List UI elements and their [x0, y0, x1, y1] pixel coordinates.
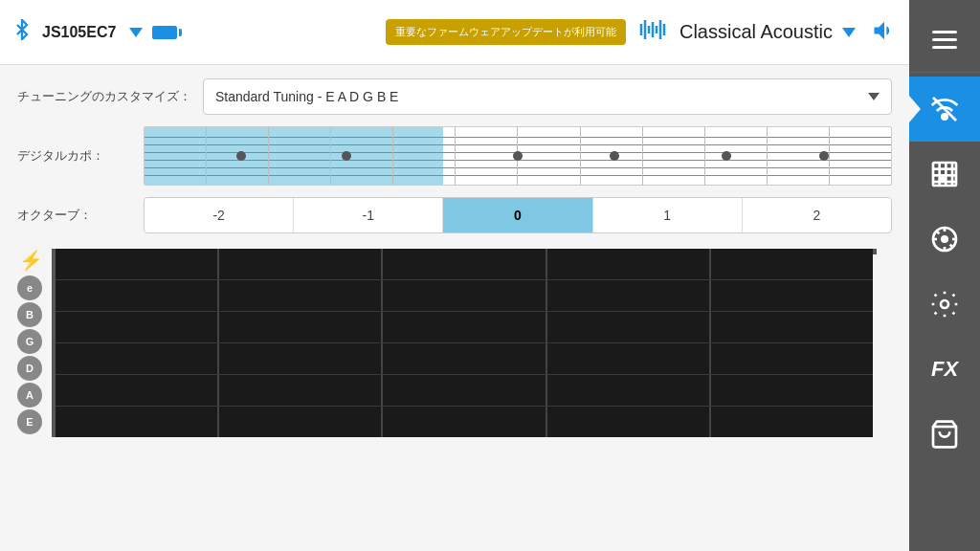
octave-row: オクターブ： -2 -1 0 1 2	[17, 197, 892, 233]
fret-cell-6-4[interactable]	[547, 407, 711, 437]
fret-col-12	[830, 127, 891, 185]
cart-icon	[929, 419, 960, 450]
fret-col-5	[393, 127, 456, 185]
hamburger-line-3	[932, 46, 957, 49]
fret-cell-5-3[interactable]	[383, 375, 546, 406]
battery-indicator	[152, 26, 182, 39]
octave-zero[interactable]: 0	[443, 198, 592, 232]
fret-cell-5-5[interactable]	[711, 375, 873, 406]
sidebar-item-fx[interactable]: FX	[909, 337, 980, 402]
fret-row-3	[56, 312, 873, 343]
fret-cell-6-1[interactable]	[56, 407, 219, 437]
capo-dot-6	[819, 151, 829, 161]
fret-row-2	[56, 280, 873, 312]
fret-cell-3-5[interactable]	[711, 312, 873, 342]
string-labels: ⚡ e B G D A E	[17, 249, 52, 436]
fret-cell-4-1[interactable]	[56, 343, 219, 374]
octave-minus2[interactable]: -2	[145, 198, 294, 232]
fret-cell-4-3[interactable]	[383, 343, 546, 374]
fret-cell-1-1[interactable]	[56, 249, 219, 279]
sound-wave-icon	[635, 16, 670, 48]
fret-cell-4-5[interactable]	[711, 343, 873, 374]
capo-dot-3	[513, 151, 523, 161]
string-label-d[interactable]: D	[17, 356, 42, 381]
fret-row-5	[56, 375, 873, 407]
sidebar-item-settings[interactable]	[909, 272, 980, 337]
fret-cell-3-2[interactable]	[219, 312, 383, 342]
preset-dropdown-icon[interactable]	[842, 25, 856, 40]
chord-icon	[929, 159, 960, 189]
fret-cell-6-5[interactable]	[711, 407, 873, 437]
menu-button[interactable]	[926, 25, 963, 55]
fret-cell-5-1[interactable]	[56, 375, 219, 406]
sidebar-item-cart[interactable]	[909, 402, 980, 467]
capo-dot-4	[610, 151, 619, 161]
svg-point-11	[942, 114, 947, 119]
capo-dot-5	[722, 151, 731, 161]
tuning-select[interactable]: Standard Tuning - E A D G B E	[203, 78, 892, 115]
fret-cell-1-4[interactable]	[547, 249, 711, 279]
fret-cell-1-5[interactable]	[711, 249, 873, 279]
control-icon	[929, 224, 960, 254]
svg-point-20	[940, 176, 945, 181]
fret-cell-2-5[interactable]	[711, 280, 873, 311]
svg-marker-0	[129, 28, 143, 37]
settings-icon	[929, 289, 960, 320]
octave-selector: -2 -1 0 1 2	[144, 197, 892, 233]
svg-point-22	[941, 235, 948, 243]
preset-name: Classical Acoustic	[679, 21, 833, 43]
capo-fretboard[interactable]	[144, 126, 892, 186]
string-label-e-high[interactable]: e	[17, 276, 42, 300]
fret-col-6	[456, 127, 518, 185]
end-line-6	[873, 253, 877, 254]
sidebar-item-wireless[interactable]	[909, 77, 980, 142]
capo-label: デジタルカポ：	[17, 147, 132, 165]
fret-col-3	[269, 127, 331, 185]
svg-line-28	[950, 245, 953, 248]
lightning-icon: ⚡	[19, 249, 52, 272]
fret-cell-2-1[interactable]	[56, 280, 219, 311]
fret-cell-2-3[interactable]	[383, 280, 546, 311]
fret-col-9	[643, 127, 705, 185]
svg-point-29	[941, 300, 948, 308]
fret-cell-2-2[interactable]	[219, 280, 383, 311]
octave-plus2[interactable]: 2	[743, 198, 891, 232]
sidebar-item-control[interactable]	[909, 207, 980, 272]
main-content: チューニングのカスタマイズ： Standard Tuning - E A D G…	[0, 65, 909, 551]
fret-cell-3-4[interactable]	[547, 312, 711, 342]
fret-cell-4-4[interactable]	[547, 343, 711, 374]
firmware-update-button[interactable]: 重要なファームウェアアップデートが利用可能	[386, 19, 626, 45]
fret-cell-5-4[interactable]	[547, 375, 711, 406]
fret-cell-2-4[interactable]	[547, 280, 711, 311]
octave-plus1[interactable]: 1	[593, 198, 743, 232]
fret-col-7	[518, 127, 580, 185]
fret-cell-3-1[interactable]	[56, 312, 219, 342]
capo-dot-1	[236, 151, 246, 161]
sidebar-item-chord[interactable]	[909, 142, 980, 207]
octave-minus1[interactable]: -1	[294, 198, 443, 232]
fret-cell-6-2[interactable]	[219, 407, 383, 437]
fret-cell-1-2[interactable]	[219, 249, 383, 279]
fret-cell-4-2[interactable]	[219, 343, 383, 374]
fretboard-main	[52, 249, 873, 437]
fret-cell-3-3[interactable]	[383, 312, 546, 342]
device-dropdown-icon[interactable]	[129, 28, 143, 37]
fret-col-10	[705, 127, 768, 185]
octave-label: オクターブ：	[17, 207, 132, 224]
string-label-g[interactable]: G	[17, 329, 42, 354]
string-label-e-low[interactable]: E	[17, 409, 42, 434]
string-label-a[interactable]: A	[17, 383, 42, 408]
fret-cell-1-3[interactable]	[383, 249, 546, 279]
hamburger-line-2	[932, 38, 957, 41]
volume-icon[interactable]	[871, 17, 898, 48]
svg-line-27	[936, 231, 939, 233]
fretboard-right	[873, 249, 892, 254]
fx-label: FX	[931, 357, 958, 382]
fret-cell-5-2[interactable]	[219, 375, 383, 406]
string-label-b[interactable]: B	[17, 302, 42, 327]
fret-row-6	[56, 407, 873, 437]
sidebar-nav: FX	[909, 77, 980, 543]
fret-cell-6-3[interactable]	[383, 407, 546, 437]
bluetooth-icon	[11, 19, 33, 46]
fret-row-1	[56, 249, 873, 280]
